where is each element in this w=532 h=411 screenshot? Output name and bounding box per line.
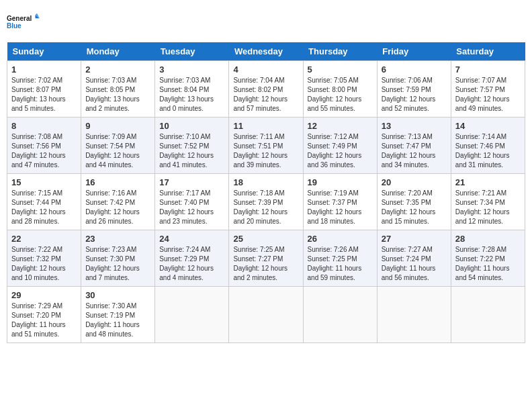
weekday-thursday: Thursday xyxy=(303,42,377,61)
day-number: 18 xyxy=(233,177,298,187)
day-info: Sunrise: 7:22 AMSunset: 7:32 PMDaylight:… xyxy=(11,245,77,283)
day-info: Sunrise: 7:09 AMSunset: 7:54 PMDaylight:… xyxy=(85,132,150,170)
day-info: Sunrise: 7:03 AMSunset: 8:05 PMDaylight:… xyxy=(85,76,150,113)
calendar-cell: 28Sunrise: 7:28 AMSunset: 7:22 PMDayligh… xyxy=(451,230,525,287)
calendar-cell: 24Sunrise: 7:24 AMSunset: 7:29 PMDayligh… xyxy=(155,230,229,287)
day-number: 30 xyxy=(85,290,150,300)
weekday-saturday: Saturday xyxy=(451,42,525,61)
day-info: Sunrise: 7:16 AMSunset: 7:42 PMDaylight:… xyxy=(85,189,150,226)
calendar-week-1: 1Sunrise: 7:02 AMSunset: 8:07 PMDaylight… xyxy=(7,61,525,118)
day-number: 3 xyxy=(159,64,224,75)
day-number: 15 xyxy=(11,177,77,187)
day-info: Sunrise: 7:26 AMSunset: 7:25 PMDaylight:… xyxy=(308,245,373,283)
weekday-tuesday: Tuesday xyxy=(155,42,229,61)
calendar-week-2: 8Sunrise: 7:08 AMSunset: 7:56 PMDaylight… xyxy=(7,118,525,174)
day-number: 13 xyxy=(382,121,447,131)
calendar-cell: 13Sunrise: 7:13 AMSunset: 7:47 PMDayligh… xyxy=(377,118,451,174)
day-number: 11 xyxy=(233,121,298,131)
calendar-cell: 10Sunrise: 7:10 AMSunset: 7:52 PMDayligh… xyxy=(155,118,229,174)
day-info: Sunrise: 7:06 AMSunset: 7:59 PMDaylight:… xyxy=(382,76,447,113)
calendar-cell: 19Sunrise: 7:19 AMSunset: 7:37 PMDayligh… xyxy=(303,174,377,230)
day-info: Sunrise: 7:13 AMSunset: 7:47 PMDaylight:… xyxy=(382,132,447,170)
calendar-cell: 6Sunrise: 7:06 AMSunset: 7:59 PMDaylight… xyxy=(377,61,451,118)
calendar-cell xyxy=(229,287,303,343)
day-number: 24 xyxy=(159,234,224,244)
day-number: 12 xyxy=(308,121,373,131)
day-info: Sunrise: 7:21 AMSunset: 7:34 PMDaylight:… xyxy=(455,189,521,226)
calendar-cell: 1Sunrise: 7:02 AMSunset: 8:07 PMDaylight… xyxy=(7,61,81,118)
day-info: Sunrise: 7:10 AMSunset: 7:52 PMDaylight:… xyxy=(159,132,224,170)
day-info: Sunrise: 7:17 AMSunset: 7:40 PMDaylight:… xyxy=(159,189,224,226)
day-number: 10 xyxy=(159,121,224,131)
logo-svg: General Blue xyxy=(7,7,40,37)
calendar-cell: 23Sunrise: 7:23 AMSunset: 7:30 PMDayligh… xyxy=(81,230,155,287)
calendar-week-5: 29Sunrise: 7:29 AMSunset: 7:20 PMDayligh… xyxy=(7,287,525,343)
calendar-cell: 15Sunrise: 7:15 AMSunset: 7:44 PMDayligh… xyxy=(7,174,81,230)
logo: General Blue xyxy=(7,7,40,37)
weekday-header: SundayMondayTuesdayWednesdayThursdayFrid… xyxy=(7,42,525,61)
calendar-cell: 18Sunrise: 7:18 AMSunset: 7:39 PMDayligh… xyxy=(229,174,303,230)
calendar-cell: 20Sunrise: 7:20 AMSunset: 7:35 PMDayligh… xyxy=(377,174,451,230)
calendar-cell: 3Sunrise: 7:03 AMSunset: 8:04 PMDaylight… xyxy=(155,61,229,118)
day-number: 1 xyxy=(11,64,77,75)
calendar-cell: 5Sunrise: 7:05 AMSunset: 8:00 PMDaylight… xyxy=(303,61,377,118)
calendar-cell: 12Sunrise: 7:12 AMSunset: 7:49 PMDayligh… xyxy=(303,118,377,174)
calendar-cell: 27Sunrise: 7:27 AMSunset: 7:24 PMDayligh… xyxy=(377,230,451,287)
calendar-week-3: 15Sunrise: 7:15 AMSunset: 7:44 PMDayligh… xyxy=(7,174,525,230)
svg-text:General: General xyxy=(7,15,32,22)
weekday-wednesday: Wednesday xyxy=(229,42,303,61)
day-info: Sunrise: 7:30 AMSunset: 7:19 PMDaylight:… xyxy=(85,302,150,339)
day-info: Sunrise: 7:19 AMSunset: 7:37 PMDaylight:… xyxy=(308,189,373,226)
day-number: 21 xyxy=(455,177,521,187)
calendar-cell: 11Sunrise: 7:11 AMSunset: 7:51 PMDayligh… xyxy=(229,118,303,174)
day-info: Sunrise: 7:07 AMSunset: 7:57 PMDaylight:… xyxy=(455,76,521,113)
day-info: Sunrise: 7:05 AMSunset: 8:00 PMDaylight:… xyxy=(308,76,373,113)
day-number: 20 xyxy=(382,177,447,187)
calendar-cell: 2Sunrise: 7:03 AMSunset: 8:05 PMDaylight… xyxy=(81,61,155,118)
day-info: Sunrise: 7:25 AMSunset: 7:27 PMDaylight:… xyxy=(233,245,298,283)
day-number: 16 xyxy=(85,177,150,187)
day-info: Sunrise: 7:08 AMSunset: 7:56 PMDaylight:… xyxy=(11,132,77,170)
day-info: Sunrise: 7:24 AMSunset: 7:29 PMDaylight:… xyxy=(159,245,224,283)
day-number: 6 xyxy=(382,64,447,75)
day-info: Sunrise: 7:18 AMSunset: 7:39 PMDaylight:… xyxy=(233,189,298,226)
day-info: Sunrise: 7:03 AMSunset: 8:04 PMDaylight:… xyxy=(159,76,224,113)
svg-text:Blue: Blue xyxy=(7,22,21,30)
day-number: 7 xyxy=(455,64,521,75)
day-number: 8 xyxy=(11,121,77,131)
calendar-cell: 29Sunrise: 7:29 AMSunset: 7:20 PMDayligh… xyxy=(7,287,81,343)
calendar-cell: 30Sunrise: 7:30 AMSunset: 7:19 PMDayligh… xyxy=(81,287,155,343)
calendar-cell: 25Sunrise: 7:25 AMSunset: 7:27 PMDayligh… xyxy=(229,230,303,287)
day-info: Sunrise: 7:11 AMSunset: 7:51 PMDaylight:… xyxy=(233,132,298,170)
calendar-cell: 4Sunrise: 7:04 AMSunset: 8:02 PMDaylight… xyxy=(229,61,303,118)
calendar-cell: 8Sunrise: 7:08 AMSunset: 7:56 PMDaylight… xyxy=(7,118,81,174)
day-number: 4 xyxy=(233,64,298,75)
day-info: Sunrise: 7:27 AMSunset: 7:24 PMDaylight:… xyxy=(382,245,447,283)
weekday-sunday: Sunday xyxy=(7,42,81,61)
day-info: Sunrise: 7:15 AMSunset: 7:44 PMDaylight:… xyxy=(11,189,77,226)
calendar-table: SundayMondayTuesdayWednesdayThursdayFrid… xyxy=(7,42,525,343)
calendar-cell xyxy=(451,287,525,343)
day-number: 22 xyxy=(11,234,77,244)
calendar-cell xyxy=(377,287,451,343)
day-number: 5 xyxy=(308,64,373,75)
day-number: 27 xyxy=(382,234,447,244)
calendar-cell: 21Sunrise: 7:21 AMSunset: 7:34 PMDayligh… xyxy=(451,174,525,230)
weekday-monday: Monday xyxy=(81,42,155,61)
day-number: 29 xyxy=(11,290,77,300)
day-info: Sunrise: 7:20 AMSunset: 7:35 PMDaylight:… xyxy=(382,189,447,226)
day-number: 2 xyxy=(85,64,150,75)
day-number: 14 xyxy=(455,121,521,131)
day-number: 19 xyxy=(308,177,373,187)
day-number: 17 xyxy=(159,177,224,187)
page-header: General Blue xyxy=(7,7,525,37)
calendar-body: 1Sunrise: 7:02 AMSunset: 8:07 PMDaylight… xyxy=(7,61,525,343)
calendar-cell: 22Sunrise: 7:22 AMSunset: 7:32 PMDayligh… xyxy=(7,230,81,287)
day-info: Sunrise: 7:29 AMSunset: 7:20 PMDaylight:… xyxy=(11,302,77,339)
day-number: 26 xyxy=(308,234,373,244)
calendar-cell: 7Sunrise: 7:07 AMSunset: 7:57 PMDaylight… xyxy=(451,61,525,118)
day-number: 9 xyxy=(85,121,150,131)
day-info: Sunrise: 7:02 AMSunset: 8:07 PMDaylight:… xyxy=(11,76,77,113)
calendar-week-4: 22Sunrise: 7:22 AMSunset: 7:32 PMDayligh… xyxy=(7,230,525,287)
calendar-cell xyxy=(303,287,377,343)
